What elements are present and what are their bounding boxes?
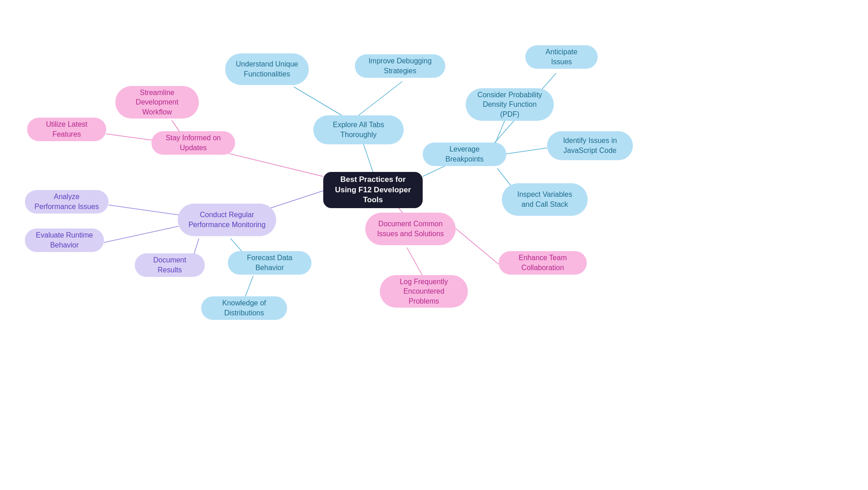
consider-pdf-node: Consider Probability Density Function (P… [466,88,554,121]
svg-line-14 [407,247,423,276]
forecast-node: Forecast Data Behavior [228,251,311,275]
identify-js-node: Identify Issues in JavaScript Code [547,131,633,160]
svg-line-18 [506,148,547,154]
svg-line-5 [294,87,342,115]
conduct-perf-node: Conduct Regular Performance Monitoring [178,204,276,236]
streamline-node: Streamline Development Workflow [115,86,199,119]
inspect-vars-node: Inspect Variables and Call Stack [502,183,588,216]
understand-unique-node: Understand Unique Functionalities [225,53,309,85]
document-common-node: Document Common Issues and Solutions [365,213,456,245]
knowledge-dist-node: Knowledge of Distributions [201,296,287,320]
improve-debugging-node: Improve Debugging Strategies [355,54,445,78]
svg-line-10 [104,226,179,243]
log-frequently-node: Log Frequently Encountered Problems [380,275,468,308]
enhance-team-node: Enhance Team Collaboration [499,251,587,275]
utilize-node: Utilize Latest Features [27,118,106,141]
svg-line-15 [456,228,499,264]
explore-tabs-node: Explore All Tabs Thoroughly [313,115,404,144]
evaluate-runtime-node: Evaluate Runtime Behavior [25,228,104,252]
svg-line-8 [106,134,153,140]
document-results-node: Document Results [135,253,205,277]
svg-line-6 [359,81,402,115]
analyze-perf-node: Analyze Performance Issues [25,190,108,214]
anticipate-issues-node: Anticipate Issues [525,45,598,69]
center-node: Best Practices for Using F12 Developer T… [323,172,423,208]
leverage-breakpoints-node: Leverage Breakpoints [423,143,506,166]
svg-line-9 [108,205,179,215]
stay-informed-node: Stay Informed on Updates [151,131,235,155]
